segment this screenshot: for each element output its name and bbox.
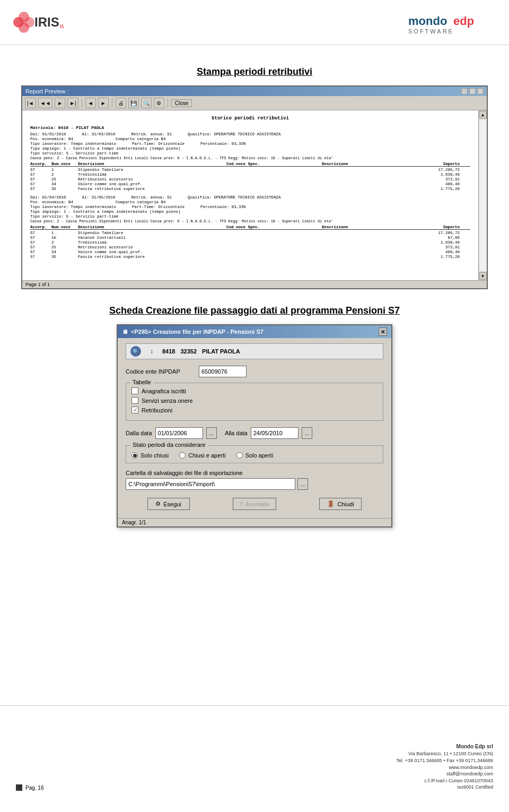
radio1-btn[interactable] (131, 452, 138, 459)
p1-posecon: Pos. economica: B4 (30, 137, 73, 141)
nav-first-btn[interactable]: |◄ (25, 98, 36, 108)
alla-browse-btn[interactable]: ... (302, 427, 312, 439)
nav-last-btn[interactable]: ►| (67, 98, 78, 108)
page-indicator: Page 1 of 1 (25, 282, 50, 287)
esegui-button[interactable]: ⚙ Esegui (147, 498, 190, 510)
chiudi-icon: 🚪 (327, 500, 335, 507)
anomalie-icon: ? (240, 501, 243, 507)
dalla-data-label: Dalla data (126, 430, 152, 436)
dalla-browse-btn[interactable]: ... (206, 427, 217, 439)
stato-group: Stato periodi da considerare Solo chiusi… (126, 445, 383, 463)
dialog-icon: 🖥 (122, 329, 128, 335)
dialog-close-btn[interactable]: ✕ (379, 327, 387, 336)
footer-web: www.mondoedp.com (396, 764, 493, 771)
path-browse-btn[interactable]: ... (297, 478, 308, 490)
alla-data-group: Alla data ... (225, 427, 312, 439)
table-row: S72Tredicesiima1.639,49 (30, 172, 470, 177)
esegui-icon: ⚙ (155, 500, 161, 507)
scroll-down-btn[interactable]: ▼ (479, 272, 487, 280)
scrollbar-right[interactable]: ▲ ▼ (478, 110, 487, 280)
check1-box[interactable] (131, 387, 138, 394)
dialog-body: 🔍 ↕ 8418 32352 PILAT PAOLA Codice ente I… (118, 338, 391, 518)
scroll-up-btn[interactable]: ▲ (479, 111, 487, 118)
p1-tipoimp-b: Tipo servizio: S - Servizio part-time (30, 151, 470, 156)
col-headers-1: Accorp. Num.voce Descrizione Cod.voce Sp… (30, 162, 470, 167)
cartella-section: Cartella di salvataggio dei file di espo… (126, 470, 383, 490)
scroll-track[interactable] (479, 119, 487, 271)
toolbar-sep1 (82, 98, 82, 108)
period2-row2: Pos. economica: B4 Comparto categoria B4 (30, 200, 470, 204)
p1-tipolav: Tipo lavoratore: Tempo indeterminato (30, 142, 116, 146)
p2-tipoimp: Tipo impiego: 1 - Contratto a tempo inde… (30, 210, 470, 214)
esegui-label: Esegui (163, 501, 181, 507)
col-desc-hdr: Descrizione (78, 162, 226, 166)
close-window-btn[interactable]: × (477, 88, 484, 94)
radio2-btn[interactable] (179, 452, 186, 459)
info-id1: 8418 (162, 348, 175, 355)
page-number: Pag. 16 (16, 784, 43, 791)
matricola-line1: Matricola: 8418 - PILAT PAOLA (30, 125, 470, 130)
toolbar-btn-fwd[interactable]: ► (98, 98, 109, 108)
alla-data-input[interactable] (251, 427, 299, 439)
svg-point-3 (24, 17, 34, 28)
table-row: S71Stipendio Tabellare17.205,72 (30, 231, 470, 235)
toolbar-sep3 (168, 98, 168, 108)
anomalie-label: Anomalie (245, 501, 270, 507)
p2-parttime: Part-Time: Orizzontale (132, 205, 185, 209)
footer-cf: c.f./P.iva/r.i Cuneo 02461070043 (396, 778, 493, 784)
chiudi-button[interactable]: 🚪 Chiudi (319, 498, 362, 510)
codice-input[interactable] (199, 366, 247, 377)
report-close-btn[interactable]: Close (171, 99, 192, 107)
check3-row: ✓ Retribuzioni (131, 407, 378, 413)
radio1-label: Solo chiusi (141, 452, 169, 459)
info-id2: 32352 (180, 348, 197, 355)
col-importo-hdr: Importo (417, 162, 460, 166)
p2-perc: Percentuale: 83,33% (200, 205, 246, 209)
dalla-data-group: Dalla data ... (126, 427, 217, 439)
footer-address: Via Barbaresco, 11 • 12100 Cuneo (CN) (396, 750, 493, 757)
p2-qualifica: Qualifica: OPERATORE TECNICO ASSISTENZA (188, 195, 281, 200)
mondoedp-logo: mondo edp SOFTWARE (403, 8, 498, 39)
footer-iso: Iso9001 Certified (396, 784, 493, 791)
col-codvoce-hdr: Cod.voce Spec. (226, 162, 322, 166)
cartella-row: ... (126, 478, 383, 490)
radio3-row: Solo aperti (236, 452, 274, 459)
maximize-btn[interactable]: □ (469, 88, 476, 94)
table-row: S734Valore comme ind.qual.prof.406,40 (30, 182, 470, 186)
info-name: PILAT PAOLA (202, 348, 240, 355)
stato-label: Stato periodi da considerare (130, 442, 208, 448)
report-window-title: Report Preview : (25, 88, 68, 94)
check1-row: Anagrafica iscritti (131, 387, 378, 394)
save-btn[interactable]: 💾 (128, 98, 139, 108)
options-btn[interactable]: ⚙ (154, 98, 164, 108)
dalla-data-input[interactable] (155, 427, 203, 439)
radio3-btn[interactable] (236, 452, 243, 459)
minimize-btn[interactable]: _ (461, 88, 468, 94)
anomalie-button[interactable]: ? Anomalie (233, 498, 277, 510)
print-btn[interactable]: 🖨 (116, 98, 126, 108)
check3-box[interactable]: ✓ (131, 407, 138, 413)
p1-perc: Percentuale: 83,33% (200, 142, 246, 146)
p2-serv: Tipo servizio: S - Servizio part-time (30, 214, 470, 219)
radio-group: Solo chiusi Chiusi e aperti Solo aperti (131, 450, 378, 459)
nav-prev-btn[interactable]: ◄◄ (38, 98, 53, 108)
table-row: S725Retribuzioni accessorio372,91 (30, 177, 470, 182)
col-descspec-hdr: Descrizione (322, 162, 417, 166)
period1-row1: Dal: 01/01/2010 Al: 31/03/2010 Retrib. a… (30, 132, 470, 136)
codice-ente-row: Codice ente INPDAP (126, 366, 383, 377)
col-accorp-hdr: Accorp. (30, 162, 51, 166)
p1-tipoimp: Tipo impiego: 1 - Contratto a tempo inde… (30, 146, 470, 151)
p1-retrib: Retrib. annua: S1 (131, 132, 172, 136)
path-input[interactable] (126, 478, 295, 490)
check2-row: Servizi senza onere (131, 397, 378, 404)
page-footer: Mondo Edp srl Via Barbaresco, 11 • 12100… (396, 743, 493, 791)
toolbar-btn-back[interactable]: ◄ (85, 98, 96, 108)
radio2-row: Chiusi e aperti (179, 452, 225, 459)
check2-box[interactable] (131, 397, 138, 404)
p2-retrib: Retrib. annua: S1 (131, 195, 172, 200)
footer-divider (0, 705, 509, 706)
tabelle-group: Tabelle Anagrafica iscritti Servizi senz… (126, 383, 383, 421)
zoom-btn[interactable]: 🔍 (141, 98, 152, 108)
nav-next-btn[interactable]: ► (55, 98, 65, 108)
page-content: Stampa periodi retributivi Report Previe… (0, 45, 509, 549)
